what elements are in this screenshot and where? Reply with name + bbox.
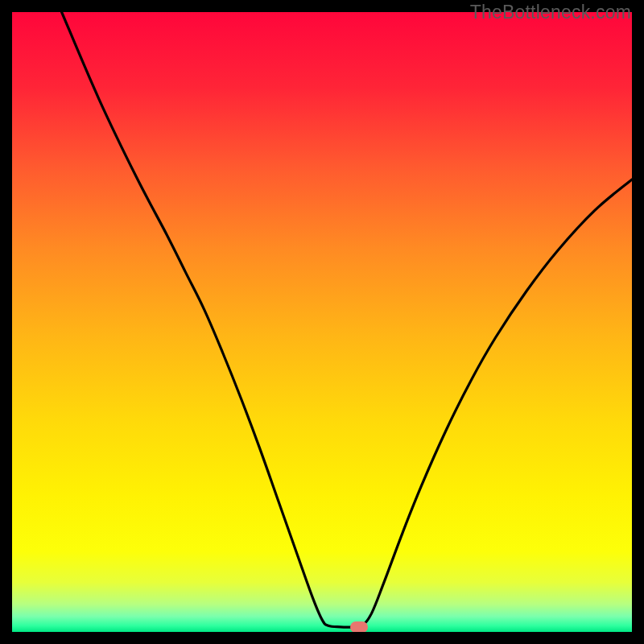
bottleneck-chart: TheBottleneck.com	[0, 0, 644, 644]
plot-area	[12, 12, 632, 632]
optimal-marker	[350, 621, 368, 632]
bottleneck-curve	[12, 12, 632, 632]
watermark: TheBottleneck.com	[470, 2, 631, 23]
